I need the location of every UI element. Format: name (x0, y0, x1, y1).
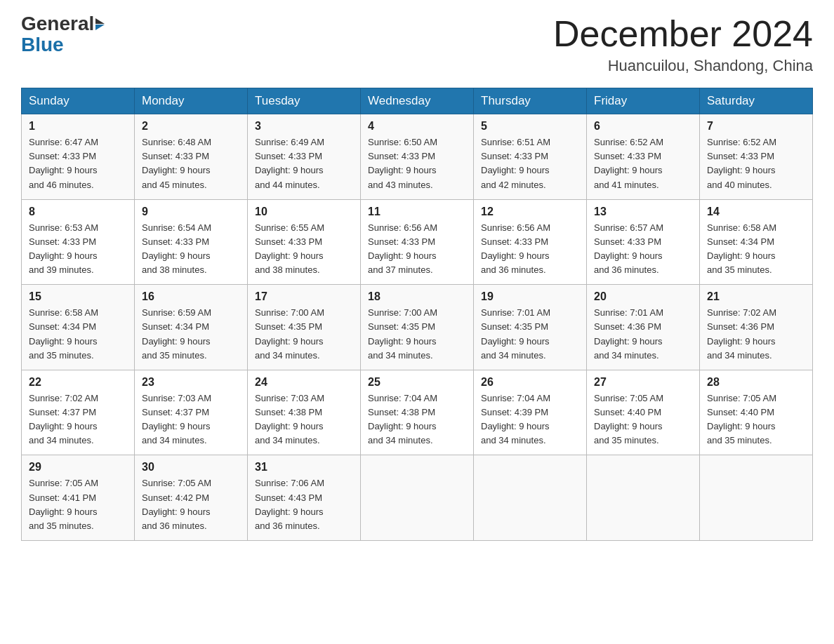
calendar-cell: 11 Sunrise: 6:56 AMSunset: 4:33 PMDaylig… (361, 199, 474, 285)
day-number: 20 (594, 290, 692, 303)
day-number: 17 (255, 290, 353, 303)
col-header-thursday: Thursday (474, 88, 587, 114)
calendar-table: SundayMondayTuesdayWednesdayThursdayFrid… (21, 88, 813, 541)
day-info: Sunrise: 6:53 AMSunset: 4:33 PMDaylight:… (29, 222, 98, 275)
day-info: Sunrise: 7:05 AMSunset: 4:42 PMDaylight:… (142, 478, 211, 530)
calendar-cell (587, 455, 700, 541)
day-info: Sunrise: 6:57 AMSunset: 4:33 PMDaylight:… (594, 222, 663, 275)
day-info: Sunrise: 6:59 AMSunset: 4:34 PMDaylight:… (142, 307, 211, 360)
day-number: 7 (707, 120, 805, 133)
day-info: Sunrise: 7:01 AMSunset: 4:36 PMDaylight:… (594, 307, 663, 360)
day-number: 3 (255, 120, 353, 133)
calendar-cell: 2 Sunrise: 6:48 AMSunset: 4:33 PMDayligh… (135, 114, 248, 200)
day-number: 11 (368, 206, 466, 218)
day-number: 25 (368, 376, 466, 389)
day-info: Sunrise: 6:58 AMSunset: 4:34 PMDaylight:… (707, 222, 776, 275)
calendar-cell: 5 Sunrise: 6:51 AMSunset: 4:33 PMDayligh… (474, 114, 587, 200)
calendar-cell: 16 Sunrise: 6:59 AMSunset: 4:34 PMDaylig… (135, 285, 248, 370)
calendar-week-row: 1 Sunrise: 6:47 AMSunset: 4:33 PMDayligh… (22, 114, 813, 200)
col-header-saturday: Saturday (700, 88, 813, 114)
title-block: December 2024 Huancuilou, Shandong, Chin… (553, 14, 813, 75)
day-info: Sunrise: 6:54 AMSunset: 4:33 PMDaylight:… (142, 222, 211, 275)
col-header-friday: Friday (587, 88, 700, 114)
day-info: Sunrise: 6:55 AMSunset: 4:33 PMDaylight:… (255, 222, 324, 275)
day-number: 14 (707, 206, 805, 218)
day-number: 15 (29, 290, 127, 303)
day-number: 22 (29, 376, 127, 389)
day-info: Sunrise: 6:52 AMSunset: 4:33 PMDaylight:… (594, 137, 663, 189)
calendar-cell: 4 Sunrise: 6:50 AMSunset: 4:33 PMDayligh… (361, 114, 474, 200)
day-number: 2 (142, 120, 240, 133)
day-info: Sunrise: 6:58 AMSunset: 4:34 PMDaylight:… (29, 307, 98, 360)
calendar-cell: 10 Sunrise: 6:55 AMSunset: 4:33 PMDaylig… (248, 199, 361, 285)
calendar-cell (474, 455, 587, 541)
calendar-cell: 8 Sunrise: 6:53 AMSunset: 4:33 PMDayligh… (22, 199, 135, 285)
logo-general-text: General (21, 14, 94, 34)
day-info: Sunrise: 6:48 AMSunset: 4:33 PMDaylight:… (142, 137, 211, 189)
month-title: December 2024 (553, 14, 813, 54)
day-number: 30 (142, 461, 240, 474)
day-number: 28 (707, 376, 805, 389)
day-info: Sunrise: 6:47 AMSunset: 4:33 PMDaylight:… (29, 137, 98, 189)
day-number: 16 (142, 290, 240, 303)
calendar-week-row: 8 Sunrise: 6:53 AMSunset: 4:33 PMDayligh… (22, 199, 813, 285)
calendar-cell (361, 455, 474, 541)
calendar-cell: 23 Sunrise: 7:03 AMSunset: 4:37 PMDaylig… (135, 370, 248, 455)
day-number: 26 (481, 376, 579, 389)
calendar-cell: 12 Sunrise: 6:56 AMSunset: 4:33 PMDaylig… (474, 199, 587, 285)
col-header-wednesday: Wednesday (361, 88, 474, 114)
page-header: General Blue December 2024 Huancuilou, S… (21, 14, 813, 75)
day-number: 10 (255, 206, 353, 218)
day-number: 19 (481, 290, 579, 303)
day-info: Sunrise: 7:04 AMSunset: 4:38 PMDaylight:… (368, 393, 437, 445)
calendar-cell: 3 Sunrise: 6:49 AMSunset: 4:33 PMDayligh… (248, 114, 361, 200)
day-number: 27 (594, 376, 692, 389)
day-number: 23 (142, 376, 240, 389)
calendar-cell: 31 Sunrise: 7:06 AMSunset: 4:43 PMDaylig… (248, 455, 361, 541)
day-info: Sunrise: 6:56 AMSunset: 4:33 PMDaylight:… (368, 222, 437, 275)
logo-blue-text: Blue (21, 34, 64, 56)
location-title: Huancuilou, Shandong, China (553, 57, 813, 75)
day-number: 21 (707, 290, 805, 303)
day-number: 18 (368, 290, 466, 303)
calendar-cell: 17 Sunrise: 7:00 AMSunset: 4:35 PMDaylig… (248, 285, 361, 370)
day-info: Sunrise: 7:00 AMSunset: 4:35 PMDaylight:… (255, 307, 324, 360)
calendar-cell: 27 Sunrise: 7:05 AMSunset: 4:40 PMDaylig… (587, 370, 700, 455)
calendar-cell: 29 Sunrise: 7:05 AMSunset: 4:41 PMDaylig… (22, 455, 135, 541)
col-header-sunday: Sunday (22, 88, 135, 114)
calendar-week-row: 29 Sunrise: 7:05 AMSunset: 4:41 PMDaylig… (22, 455, 813, 541)
day-number: 4 (368, 120, 466, 133)
calendar-cell: 15 Sunrise: 6:58 AMSunset: 4:34 PMDaylig… (22, 285, 135, 370)
day-number: 1 (29, 120, 127, 133)
calendar-header-row: SundayMondayTuesdayWednesdayThursdayFrid… (22, 88, 813, 114)
calendar-cell (700, 455, 813, 541)
calendar-cell: 25 Sunrise: 7:04 AMSunset: 4:38 PMDaylig… (361, 370, 474, 455)
day-info: Sunrise: 7:05 AMSunset: 4:41 PMDaylight:… (29, 478, 98, 530)
calendar-cell: 30 Sunrise: 7:05 AMSunset: 4:42 PMDaylig… (135, 455, 248, 541)
calendar-cell: 7 Sunrise: 6:52 AMSunset: 4:33 PMDayligh… (700, 114, 813, 200)
calendar-week-row: 15 Sunrise: 6:58 AMSunset: 4:34 PMDaylig… (22, 285, 813, 370)
day-info: Sunrise: 7:04 AMSunset: 4:39 PMDaylight:… (481, 393, 550, 445)
calendar-cell: 13 Sunrise: 6:57 AMSunset: 4:33 PMDaylig… (587, 199, 700, 285)
calendar-cell: 6 Sunrise: 6:52 AMSunset: 4:33 PMDayligh… (587, 114, 700, 200)
day-number: 24 (255, 376, 353, 389)
day-info: Sunrise: 6:49 AMSunset: 4:33 PMDaylight:… (255, 137, 324, 189)
day-info: Sunrise: 7:03 AMSunset: 4:37 PMDaylight:… (142, 393, 211, 445)
calendar-cell: 1 Sunrise: 6:47 AMSunset: 4:33 PMDayligh… (22, 114, 135, 200)
day-number: 9 (142, 206, 240, 218)
day-number: 8 (29, 206, 127, 218)
day-number: 29 (29, 461, 127, 474)
calendar-cell: 20 Sunrise: 7:01 AMSunset: 4:36 PMDaylig… (587, 285, 700, 370)
day-number: 12 (481, 206, 579, 218)
day-number: 31 (255, 461, 353, 474)
calendar-week-row: 22 Sunrise: 7:02 AMSunset: 4:37 PMDaylig… (22, 370, 813, 455)
calendar-cell: 26 Sunrise: 7:04 AMSunset: 4:39 PMDaylig… (474, 370, 587, 455)
day-number: 5 (481, 120, 579, 133)
day-info: Sunrise: 6:52 AMSunset: 4:33 PMDaylight:… (707, 137, 776, 189)
calendar-cell: 24 Sunrise: 7:03 AMSunset: 4:38 PMDaylig… (248, 370, 361, 455)
calendar-cell: 21 Sunrise: 7:02 AMSunset: 4:36 PMDaylig… (700, 285, 813, 370)
calendar-cell: 14 Sunrise: 6:58 AMSunset: 4:34 PMDaylig… (700, 199, 813, 285)
day-info: Sunrise: 6:50 AMSunset: 4:33 PMDaylight:… (368, 137, 437, 189)
calendar-cell: 22 Sunrise: 7:02 AMSunset: 4:37 PMDaylig… (22, 370, 135, 455)
logo: General Blue (21, 14, 105, 56)
